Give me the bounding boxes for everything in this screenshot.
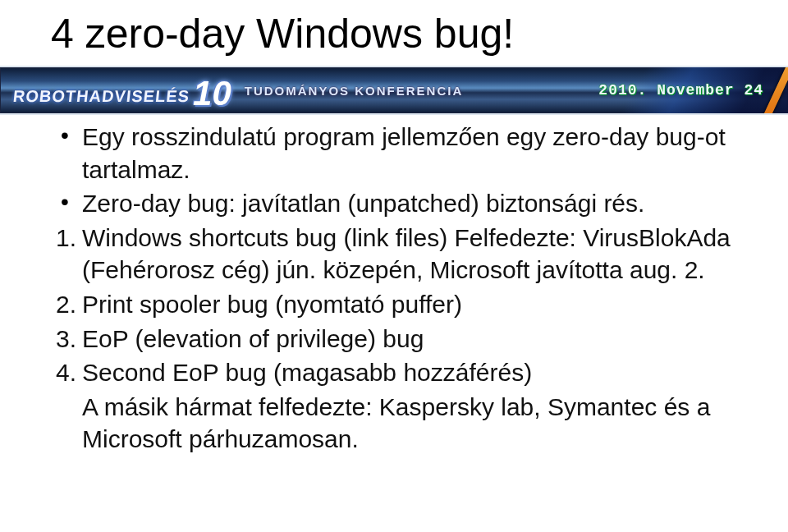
bullet-text: Egy rosszindulatú program jellemzően egy… [82, 123, 726, 183]
bullet-text: Zero-day bug: javítatlan (unpatched) biz… [82, 190, 644, 217]
slide-body: 4 zero-day Windows bug! Egy rosszindulat… [0, 0, 788, 532]
bullet-list: Egy rosszindulatú program jellemzően egy… [39, 121, 749, 220]
numbered-list: Windows shortcuts bug (link files) Felfe… [39, 222, 749, 389]
bullet-item: Egy rosszindulatú program jellemzően egy… [62, 121, 749, 186]
numbered-item: Windows shortcuts bug (link files) Felfe… [62, 222, 749, 287]
numbered-text: EoP (elevation of privilege) bug [82, 325, 424, 352]
numbered-text: Second EoP bug (magasabb hozzáférés) [82, 359, 532, 386]
numbered-item: Second EoP bug (magasabb hozzáférés) [62, 356, 749, 389]
numbered-text: Print spooler bug (nyomtató puffer) [82, 291, 462, 318]
slide-title: 4 zero-day Windows bug! [39, 0, 749, 57]
slide-content: Egy rosszindulatú program jellemzően egy… [39, 121, 749, 456]
footer-note: A másik hármat felfedezte: Kaspersky lab… [39, 391, 749, 456]
numbered-item: EoP (elevation of privilege) bug [62, 323, 749, 355]
bullet-item: Zero-day bug: javítatlan (unpatched) biz… [62, 187, 749, 220]
numbered-text: Windows shortcuts bug (link files) Felfe… [82, 224, 731, 284]
numbered-item: Print spooler bug (nyomtató puffer) [62, 288, 749, 321]
